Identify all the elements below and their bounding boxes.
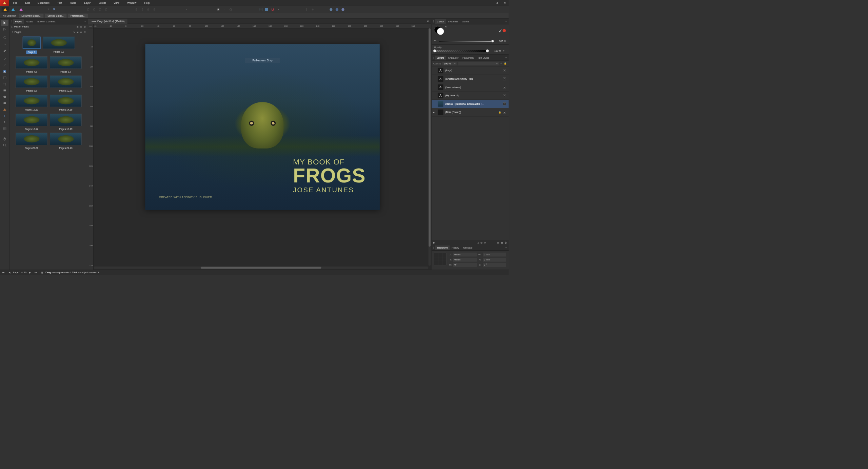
layer-row[interactable]: A(My book of)✓ xyxy=(431,92,509,100)
page-thumbnail[interactable]: Pages 14,15 xyxy=(50,95,82,111)
align-left-button[interactable]: ▯ xyxy=(134,7,139,12)
prev-page-button[interactable]: ◀ xyxy=(7,271,11,274)
panel-handle-icon[interactable]: ┇ xyxy=(432,20,435,22)
page-thumbnail[interactable]: Pages 18,19 xyxy=(50,114,82,130)
w-field[interactable]: 0 mm xyxy=(483,253,506,257)
eyedropper-icon[interactable] xyxy=(498,29,502,33)
move-tool[interactable] xyxy=(1,20,8,26)
frame-text-tool[interactable] xyxy=(1,35,8,41)
insert-behind-button[interactable]: │ xyxy=(304,7,310,12)
baseline-grid-button[interactable] xyxy=(258,7,263,12)
layer-lock-icon[interactable]: 🔒 xyxy=(498,111,501,114)
layer-row[interactable]: 240610_Quintinha_0223maptia (I...✓ xyxy=(431,100,509,108)
vertical-ruler[interactable]: 020406080100120140160180200220 xyxy=(88,28,94,270)
snapping-button[interactable] xyxy=(270,7,275,12)
page-thumbnail[interactable]: Pages 20,21 xyxy=(16,133,47,149)
swap-colours-icon[interactable]: ⟲ xyxy=(445,25,447,28)
snapping-options[interactable]: ▾ xyxy=(276,7,281,12)
triangle-tool[interactable] xyxy=(1,106,8,113)
fill-stroke-swatch[interactable]: ⟲ xyxy=(434,26,444,35)
menu-text[interactable]: Text xyxy=(53,0,66,6)
opacity-value[interactable]: 100 % xyxy=(490,50,501,52)
layer-visibility-toggle[interactable]: ✓ xyxy=(503,102,507,105)
x-field[interactable]: 0 mm xyxy=(453,253,477,257)
menu-document[interactable]: Document xyxy=(34,0,53,6)
view-mode-button[interactable] xyxy=(340,7,346,12)
align-right-button[interactable]: ▯ xyxy=(145,7,151,12)
order-backward-button[interactable]: ▢ xyxy=(92,7,97,12)
layer-visibility-toggle[interactable]: ✓ xyxy=(503,111,507,114)
order-front-button[interactable]: ▢ xyxy=(103,7,109,12)
spread-setup-button[interactable]: Spread Setup... xyxy=(45,14,66,18)
window-close-button[interactable]: ✕ xyxy=(501,0,509,6)
pen-tool[interactable] xyxy=(1,47,8,53)
page-list-button[interactable]: ▤ xyxy=(40,271,43,274)
order-forward-button[interactable]: ▢ xyxy=(97,7,103,12)
add-master-icon[interactable]: ▣ xyxy=(77,25,79,28)
page-thumbnail[interactable]: Pages 4,5 xyxy=(16,56,47,73)
panel-menu-icon[interactable]: ≡ xyxy=(504,246,508,249)
duplicate-master-icon[interactable]: ▣ xyxy=(80,25,82,28)
page-thumbnail[interactable]: Page 1 xyxy=(23,37,41,54)
menu-edit[interactable]: Edit xyxy=(21,0,34,6)
tab-character[interactable]: Character xyxy=(446,56,461,60)
preview-mode-button[interactable] xyxy=(328,7,334,12)
horizontal-scrollbar[interactable] xyxy=(94,267,428,269)
place-image-tool[interactable] xyxy=(1,75,8,81)
panel-handle-icon[interactable]: ┇ xyxy=(10,20,13,22)
window-restore-button[interactable]: ❐ xyxy=(493,0,500,6)
last-page-button[interactable]: ⏭ xyxy=(34,271,38,274)
document-setup-button[interactable]: Document Setup... xyxy=(19,14,43,18)
blend-mode-dropdown[interactable] xyxy=(458,62,499,65)
tab-toc[interactable]: Table of Contents xyxy=(35,19,57,24)
wrap-jump-button[interactable]: ○ xyxy=(222,7,227,12)
tint-value[interactable]: 100 % xyxy=(495,40,506,42)
table-tool[interactable] xyxy=(1,125,8,132)
layer-row[interactable]: A(frogs)✓ xyxy=(431,66,509,75)
horizontal-ruler[interactable]: -40-200204060801001201401601802002202402… xyxy=(94,24,431,28)
wrap-square-button[interactable]: ▢ xyxy=(228,7,233,12)
document-tab[interactable]: bookoffrogs [Modified] (114.8%) xyxy=(88,19,127,24)
layer-visibility-toggle[interactable]: ✓ xyxy=(503,69,507,72)
menu-window[interactable]: Window xyxy=(123,0,140,6)
align-center-button[interactable]: ▯ xyxy=(139,7,145,12)
ellipse-tool[interactable] xyxy=(1,94,8,100)
duplicate-page-icon[interactable]: ▣ xyxy=(80,31,82,34)
page-thumbnail[interactable]: Pages 16,17 xyxy=(16,114,47,130)
ruler-units[interactable]: mm xyxy=(88,24,94,28)
distribute-button[interactable]: ≡ xyxy=(183,7,189,12)
menu-help[interactable]: Help xyxy=(140,0,154,6)
panel-menu-icon[interactable]: ≡ xyxy=(83,20,87,23)
delete-master-icon[interactable]: 🗑 xyxy=(84,25,86,28)
picture-frame-tool[interactable] xyxy=(1,69,8,75)
add-layer-icon[interactable]: ▤ xyxy=(497,241,499,244)
pan-tool[interactable] xyxy=(1,136,8,142)
sampled-colour-swatch[interactable] xyxy=(503,29,506,32)
art-text-tool[interactable]: A xyxy=(1,119,8,125)
opacity-slider[interactable] xyxy=(434,50,488,52)
table-text-tool[interactable]: T xyxy=(1,113,8,119)
tab-layers[interactable]: Layers xyxy=(435,56,446,60)
vertical-scrollbar[interactable] xyxy=(428,28,431,266)
tab-history[interactable]: History xyxy=(450,245,461,250)
persona-publisher[interactable] xyxy=(2,7,9,12)
panel-menu-icon[interactable]: ≡ xyxy=(504,20,508,23)
page-thumbnail[interactable]: Pages 12,13 xyxy=(16,95,47,111)
delete-layer-icon[interactable]: 🗑 xyxy=(505,241,507,244)
persona-designer[interactable] xyxy=(9,7,17,12)
pencil-tool[interactable] xyxy=(1,56,8,62)
tab-paragraph[interactable]: Paragraph xyxy=(460,56,476,60)
layer-expand-icon[interactable]: ▶ xyxy=(433,111,436,113)
persona-photo[interactable] xyxy=(18,7,25,12)
layer-visibility-toggle[interactable]: ✓ xyxy=(503,77,507,80)
rectangle-tool[interactable] xyxy=(1,87,8,94)
layer-row[interactable]: A(Created with Affinity Pub)✓ xyxy=(431,75,509,83)
y-field[interactable]: 0 mm xyxy=(453,258,477,262)
crop-tool[interactable] xyxy=(1,81,8,87)
rounded-rect-tool[interactable] xyxy=(1,100,8,106)
window-minimize-button[interactable]: ─ xyxy=(485,0,493,6)
tab-colour[interactable]: Colour xyxy=(435,19,446,24)
tab-text-styles[interactable]: Text Styles xyxy=(476,56,491,60)
layer-lock-icon[interactable]: 🔒 xyxy=(504,62,507,65)
add-pixel-layer-icon[interactable]: ▦ xyxy=(501,241,503,244)
